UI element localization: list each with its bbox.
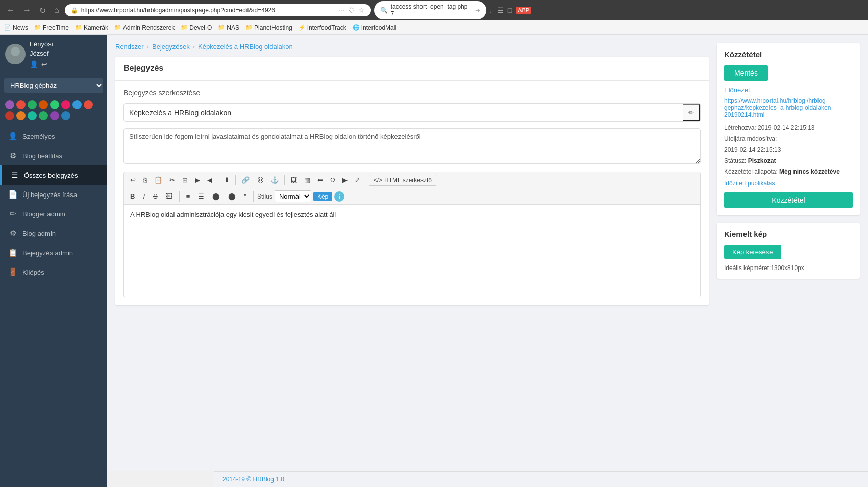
forward-button[interactable]: → [20,5,34,16]
format-select[interactable]: Normál [275,190,311,202]
sidebar-nav-item-kilépés[interactable]: 🚪Kilépés [0,262,107,282]
sidebar-nav-item-új-bejegyzés-írása[interactable]: 📄Új bejegyzés írása [0,185,107,204]
copy-button[interactable]: ⎘ [140,174,150,186]
color-dot[interactable] [5,100,14,109]
publish-button[interactable]: Közzététel [724,192,853,208]
media-button[interactable]: ▦ [301,174,313,186]
save-button[interactable]: Mentés [724,65,768,81]
arrow-left-button[interactable]: ◀ [204,174,215,186]
info-button[interactable]: i [334,191,344,202]
back-button[interactable]: ← [4,5,17,16]
bookmark-nas[interactable]: 📁 NAS [218,24,239,31]
link-button[interactable]: 🔗 [238,174,253,186]
color-dot[interactable] [16,111,26,120]
color-dot[interactable] [50,100,59,109]
color-dot[interactable] [28,111,37,120]
cut-button[interactable]: ✂ [166,174,178,186]
bookmark-freetime[interactable]: 📁 FreeTime [34,24,69,31]
ordered-list-button[interactable]: ≡ [183,190,193,202]
color-dot[interactable] [39,100,48,109]
bookmarks-bar: 📄 News 📁 FreeTime 📁 Kamerák 📁 Admin Rend… [0,20,868,35]
fullscreen-editor-button[interactable]: ⤢ [352,174,363,186]
color-dot[interactable] [84,100,93,109]
strikethrough-button[interactable]: S [150,190,161,202]
sidebar-nav-item-személyes[interactable]: 👤Személyes [0,127,107,146]
bookmark-label: Admin Rendszerek [123,24,175,31]
preview-link[interactable]: Előnézet [724,86,853,94]
color-dot[interactable] [61,100,70,109]
align-left-btn2[interactable]: ⬤ [209,190,223,202]
user-profile-icon[interactable]: 👤 [30,60,38,68]
bookmark-admin-rendszerek[interactable]: 📁 Admin Rendszerek [114,24,175,31]
sidebar-site-selector[interactable]: HRBlog gépház [4,78,103,93]
toolbar-separator-5 [179,191,180,202]
bookmark-devel-o[interactable]: 📁 Devel-O [181,24,212,31]
folder-icon: 📁 [218,24,225,31]
editor-body[interactable]: A HRBlog oldal adminisztrációja egy kics… [124,205,700,297]
italic-button[interactable]: I [140,190,148,202]
adblock-icon[interactable]: ABP [516,7,531,14]
search-bar[interactable]: 🔍 taccess short_open_tag php 7 ➜ [374,1,486,19]
home-button[interactable]: ⌂ [52,5,62,16]
refresh-button[interactable]: ↻ [37,5,48,16]
paste-button[interactable]: 📋 [151,174,165,186]
html-editor-button[interactable]: </> HTML szerkesztő [369,175,436,186]
image-search-button[interactable]: Kép keresése [724,245,781,259]
address-bar[interactable]: 🔒 https://www.hrportal.hu/hrblogadmin/po… [65,4,371,16]
bookmark-label: News [13,24,28,31]
bookmark-interfoodtrack[interactable]: ⚡ InterfoodTrack [299,24,346,31]
sidebar-nav-item-blog-beállítás[interactable]: ⚙Blog beállítás [0,146,107,165]
anchor-button[interactable]: ⚓ [267,174,282,186]
star-icon[interactable]: ☆ [358,6,365,14]
color-dot[interactable] [5,111,14,120]
logout-icon[interactable]: ↩ [41,60,47,68]
scheduled-link[interactable]: Időzített publikálás [724,180,853,187]
kep-badge[interactable]: Kép [313,192,332,201]
bookmark-planethosting[interactable]: 📁 PlanetHosting [245,24,292,31]
align-left-button[interactable]: ⬅ [314,174,326,186]
download-icon[interactable]: ↓ [489,6,493,14]
special-char-button[interactable]: Ω [327,174,338,186]
insert-image-inline-button[interactable]: 🖼 [163,190,176,202]
color-dot[interactable] [50,111,59,120]
align-right-btn2[interactable]: ⬤ [225,190,239,202]
color-dot[interactable] [72,100,82,109]
blockquote-button[interactable]: " [241,190,250,202]
more-options-icon[interactable]: ··· [339,6,345,14]
page-wrapper: Rendszer › Bejegyzések › Képkezelés a HR… [115,43,709,463]
dropdown-button[interactable]: ⬇ [221,174,233,186]
color-dot[interactable] [28,100,37,109]
undo-button[interactable]: ↩ [127,174,139,186]
color-dot[interactable] [61,111,70,120]
bold-button[interactable]: B [127,190,138,202]
breadcrumb-rendszer[interactable]: Rendszer [115,43,144,51]
excerpt-textarea[interactable] [123,128,701,164]
color-dot[interactable] [16,100,26,109]
bookmark-interfoodmail[interactable]: 🌐 InterfoodMail [353,24,396,31]
nav-icon: 📋 [8,248,17,257]
title-edit-button[interactable]: ✏ [683,104,700,121]
breadcrumb-bejegyzesek[interactable]: Bejegyzések [152,43,190,51]
search-icon: 🔍 [380,7,388,14]
history-icon[interactable]: ☰ [497,6,504,14]
arrow-right-button[interactable]: ▶ [192,174,203,186]
video-button[interactable]: ▶ [339,174,351,186]
site-select[interactable]: HRBlog gépház [4,78,103,93]
bookmark-news[interactable]: 📄 News [4,24,28,31]
folder-icon: 📁 [114,24,121,31]
unlink-button[interactable]: ⛓ [254,174,266,186]
table-button[interactable]: ⊞ [179,174,191,186]
unordered-list-button[interactable]: ☰ [195,190,207,202]
svg-point-0 [11,47,20,56]
fullscreen-icon[interactable]: □ [508,6,512,14]
bookmark-kamerak[interactable]: 📁 Kamerák [75,24,108,31]
footer-link[interactable]: 2014-19 © HRBlog 1.0 [222,476,284,483]
sidebar-nav-item-bejegyzés-admin[interactable]: 📋Bejegyzés admin [0,243,107,262]
color-dot[interactable] [39,111,48,120]
sidebar-nav-item-blog-admin[interactable]: ⚙Blog admin [0,224,107,243]
sidebar-nav-item-összes-bejegyzés[interactable]: ☰Összes bejegyzés [0,165,107,185]
sidebar-nav-item-blogger-admin[interactable]: ✏Blogger admin [0,204,107,224]
post-title-input[interactable] [124,105,683,121]
document-icon: 📄 [4,24,11,31]
image-button[interactable]: 🖼 [287,174,300,186]
